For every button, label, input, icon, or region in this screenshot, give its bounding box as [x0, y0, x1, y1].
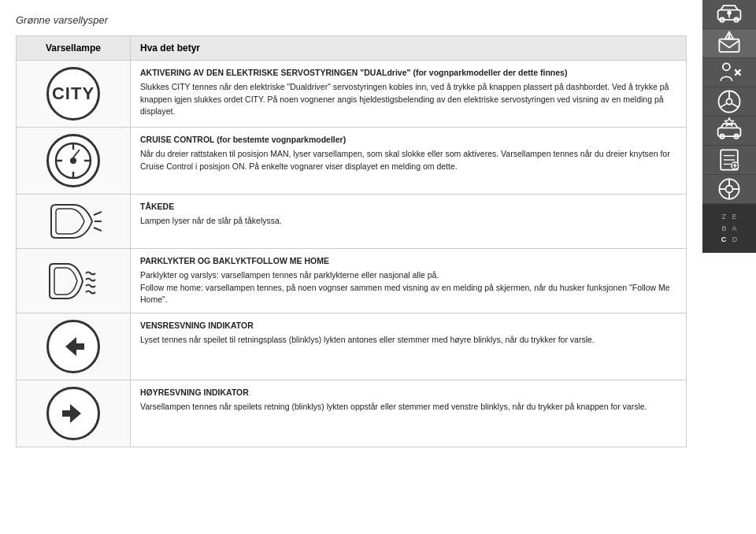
svg-line-6 [73, 150, 80, 158]
page-title: Grønne varsellysper [16, 14, 687, 26]
svg-point-19 [728, 37, 730, 39]
lang-z: Z [721, 213, 726, 221]
arrow-right-svg-icon [57, 398, 89, 429]
car-warning-icon [715, 117, 743, 145]
lang-row-3: C D [721, 234, 738, 245]
multimedia-icon [715, 175, 743, 203]
main-content: Grønne varsellysper Varsellampe Hva det … [0, 0, 702, 534]
row-title-fog: PARKLYKTER OG BAKLYKTFOLLOW ME HOME [140, 255, 676, 268]
row-title-cruise: CRUISE CONTROL (for bestemte vognparkmod… [140, 134, 676, 146]
lang-row-1: Z E [721, 211, 738, 222]
sidebar-item-warning-mail[interactable] [702, 29, 756, 58]
row-text-fog: PARKLYKTER OG BAKLYKTFOLLOW ME HOME Park… [131, 249, 686, 313]
col-header-text: Hva det betyr [131, 36, 686, 60]
lang-row-2: B A [721, 223, 738, 234]
service-list-icon [715, 146, 743, 174]
arrow-left-svg-icon [57, 331, 89, 362]
svg-marker-11 [62, 404, 81, 423]
svg-line-7 [94, 212, 102, 215]
warning-mail-icon [715, 29, 743, 57]
row-icon-fog [17, 249, 131, 313]
row-title-headlight: TÅKEDE [140, 201, 676, 213]
person-tools-icon [715, 58, 743, 87]
svg-point-15 [728, 11, 731, 14]
row-title-arrow-left: VENSRESVNING INDIKATOR [140, 320, 676, 332]
cruise-svg-icon [50, 137, 97, 184]
lang-a: A [732, 224, 737, 232]
row-title-arrow-right: HØYRESVNING INDIKATOR [140, 387, 676, 399]
table-row: TÅKEDE Lampen lyser når de slår på tåkel… [17, 195, 686, 249]
table-row: HØYRESVNING INDIKATOR Varsellampen tenne… [17, 380, 686, 447]
sidebar-item-steering-wheel[interactable] [702, 87, 756, 117]
svg-point-39 [726, 186, 733, 193]
svg-point-1 [70, 158, 76, 164]
svg-marker-10 [65, 337, 84, 356]
row-icon-headlight [17, 195, 131, 248]
svg-line-27 [732, 104, 739, 108]
row-icon-cruise [17, 128, 131, 194]
table-row: PARKLYKTER OG BAKLYKTFOLLOW ME HOME Park… [17, 249, 686, 313]
lang-c: C [721, 235, 727, 243]
svg-line-26 [720, 104, 726, 108]
steering-wheel-icon [715, 87, 743, 116]
city-text-icon: CITY [52, 83, 94, 104]
warning-table: Varsellampe Hva det betyr CITY AKTIVERIN… [16, 35, 687, 447]
sidebar-item-car-warning[interactable] [702, 117, 756, 146]
arrow-left-circle-icon [46, 320, 100, 373]
svg-point-24 [726, 98, 732, 104]
arrow-right-circle-icon [46, 387, 100, 440]
language-grid: Z E B A C D [721, 211, 738, 245]
sidebar-nav [702, 0, 756, 204]
row-text-arrow-right: HØYRESVNING INDIKATOR Varsellampen tenne… [131, 380, 686, 447]
sidebar-item-service[interactable] [702, 146, 756, 175]
col-header-icon: Varsellampe [17, 36, 131, 60]
lang-e: E [732, 213, 736, 221]
fog-svg-icon [45, 261, 102, 302]
row-text-arrow-left: VENSRESVNING INDIKATOR Lyset tennes når … [131, 313, 686, 380]
svg-line-9 [94, 228, 102, 231]
language-selector[interactable]: Z E B A C D [702, 204, 756, 253]
city-circle-icon: CITY [46, 67, 100, 121]
lang-b: B [721, 224, 726, 232]
right-sidebar: Z E B A C D [702, 0, 756, 534]
table-row: CRUISE CONTROL (for bestemte vognparkmod… [17, 128, 686, 195]
svg-rect-17 [719, 39, 739, 52]
svg-point-20 [723, 63, 730, 70]
fog-wrapper [45, 261, 102, 302]
sidebar-item-person-tools[interactable] [702, 58, 756, 87]
sidebar-item-multimedia[interactable] [702, 175, 756, 204]
headlight-svg-icon [45, 201, 102, 242]
row-icon-arrow-right [17, 380, 131, 447]
table-header: Varsellampe Hva det betyr [17, 36, 686, 61]
headlight-wrapper [45, 201, 102, 242]
car-info-icon [715, 0, 743, 28]
table-row: VENSRESVNING INDIKATOR Lyset tennes når … [17, 313, 686, 380]
lang-d: D [732, 235, 738, 243]
row-text-cruise: CRUISE CONTROL (for bestemte vognparkmod… [131, 128, 686, 194]
row-text-headlight: TÅKEDE Lampen lyser når de slår på tåkel… [131, 195, 686, 248]
row-icon-city: CITY [17, 61, 131, 127]
row-icon-arrow-left [17, 313, 131, 380]
row-text-city: AKTIVERING AV DEN ELEKTRISKE SERVOSTYRIN… [131, 61, 686, 127]
sidebar-item-car-info[interactable] [702, 0, 756, 29]
row-title-city: AKTIVERING AV DEN ELEKTRISKE SERVOSTYRIN… [140, 67, 676, 80]
table-row: CITY AKTIVERING AV DEN ELEKTRISKE SERVOS… [17, 61, 686, 128]
cruise-circle-icon [46, 134, 100, 187]
